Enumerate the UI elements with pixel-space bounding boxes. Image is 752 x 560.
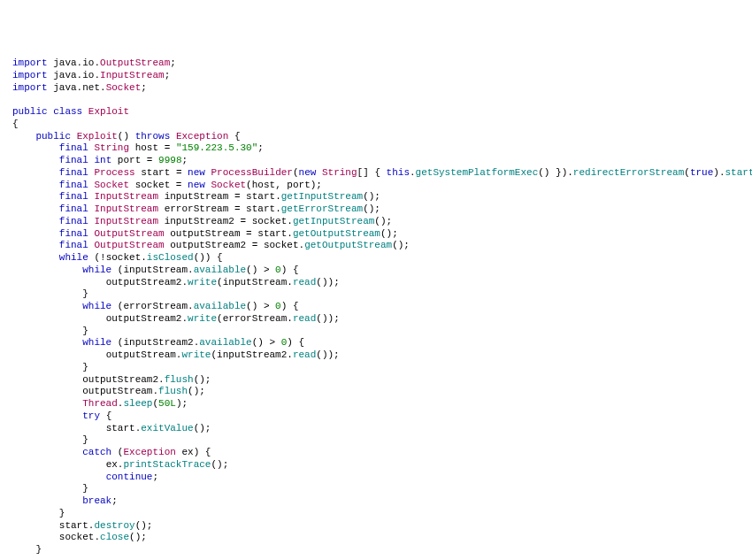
keyword: final bbox=[59, 203, 88, 214]
method: read bbox=[293, 277, 316, 288]
keyword: final bbox=[59, 191, 88, 202]
keyword: new bbox=[188, 180, 205, 190]
keyword: continue bbox=[106, 472, 153, 482]
var: host bbox=[135, 142, 158, 153]
var: socket bbox=[106, 252, 142, 263]
type: Exception bbox=[123, 447, 175, 457]
keyword: public bbox=[35, 131, 71, 142]
type: InputStream bbox=[100, 70, 165, 81]
method: sleep bbox=[123, 398, 152, 409]
keyword: final bbox=[59, 240, 88, 250]
number-literal: 50L bbox=[158, 398, 176, 409]
keyword: final bbox=[59, 167, 88, 178]
method: getErrorStream bbox=[281, 203, 363, 214]
keyword: new bbox=[299, 167, 317, 178]
var: socket bbox=[135, 180, 171, 190]
type: OutputStream bbox=[94, 228, 164, 239]
type: Socket bbox=[211, 180, 247, 190]
number-literal: 9998 bbox=[158, 155, 181, 165]
keyword: int bbox=[94, 155, 111, 165]
type: Process bbox=[94, 167, 134, 178]
method: exitValue bbox=[141, 423, 193, 433]
keyword: final bbox=[59, 228, 88, 239]
var: socket bbox=[264, 240, 299, 250]
keyword: while bbox=[82, 301, 111, 311]
keyword: catch bbox=[82, 447, 111, 457]
var: outputStream2 bbox=[106, 313, 182, 324]
type: Exception bbox=[176, 131, 228, 142]
var: inputStream2 bbox=[165, 216, 234, 226]
type: ProcessBuilder bbox=[211, 167, 293, 178]
keyword: import bbox=[12, 82, 48, 93]
type: InputStream bbox=[94, 203, 158, 214]
pkg: java.net. bbox=[53, 82, 105, 93]
type: Exploit bbox=[88, 106, 129, 117]
method: redirectErrorStream bbox=[573, 167, 684, 178]
keyword: break bbox=[82, 495, 111, 506]
method: flush bbox=[165, 374, 194, 385]
var: port bbox=[118, 155, 141, 165]
method: write bbox=[188, 313, 217, 324]
var: start bbox=[141, 167, 170, 178]
method: available bbox=[199, 337, 251, 348]
method: getOutputStream bbox=[293, 228, 380, 239]
var: ex bbox=[106, 459, 118, 470]
method: isClosed bbox=[147, 252, 194, 263]
method: write bbox=[188, 277, 217, 288]
type: Thread bbox=[82, 398, 118, 409]
keyword: final bbox=[59, 180, 88, 190]
type: String bbox=[322, 167, 357, 178]
var: inputStream bbox=[123, 265, 188, 275]
keyword: while bbox=[59, 252, 88, 263]
pkg: java.io. bbox=[53, 58, 100, 68]
var: outputStream2 bbox=[170, 240, 246, 250]
var: outputStream bbox=[82, 386, 152, 396]
var: start bbox=[106, 423, 135, 433]
keyword: throws bbox=[135, 131, 171, 142]
var: socket bbox=[59, 532, 95, 542]
var: start bbox=[246, 203, 275, 214]
var: inputStream2 bbox=[123, 337, 193, 348]
type: Socket bbox=[106, 82, 142, 93]
keyword: public bbox=[12, 106, 48, 117]
method: flush bbox=[158, 386, 188, 396]
type: InputStream bbox=[94, 191, 158, 202]
var: outputStream bbox=[106, 349, 176, 360]
keyword: while bbox=[82, 337, 111, 348]
method: printStackTrace bbox=[123, 459, 211, 470]
keyword: try bbox=[82, 410, 100, 421]
var: start bbox=[59, 520, 88, 531]
method: read bbox=[293, 349, 316, 360]
number-literal: 0 bbox=[275, 265, 281, 275]
type: Exploit bbox=[77, 131, 118, 142]
method: read bbox=[293, 313, 316, 324]
pkg: java.io. bbox=[53, 70, 100, 81]
var: start bbox=[257, 228, 287, 239]
number-literal: 0 bbox=[281, 337, 288, 348]
method: getInputStream bbox=[293, 216, 374, 226]
keyword: while bbox=[82, 265, 111, 275]
var: ex bbox=[181, 447, 193, 457]
keyword: final bbox=[59, 155, 88, 165]
method: available bbox=[194, 301, 246, 311]
type: String bbox=[94, 142, 129, 153]
var: errorStream bbox=[223, 313, 288, 324]
keyword: final bbox=[59, 216, 88, 226]
var: port bbox=[287, 180, 310, 190]
method: start bbox=[725, 167, 752, 178]
method: destroy bbox=[94, 520, 134, 531]
var: inputStream bbox=[165, 191, 229, 202]
method: write bbox=[181, 349, 211, 360]
type: OutputStream bbox=[100, 58, 170, 68]
var: outputStream2 bbox=[82, 374, 158, 385]
var: errorStream bbox=[165, 203, 229, 214]
type: Socket bbox=[94, 180, 129, 190]
method: getInputStream bbox=[281, 191, 363, 202]
var: socket bbox=[252, 216, 288, 226]
keyword: new bbox=[188, 167, 205, 178]
keyword: true bbox=[690, 167, 713, 178]
keyword: import bbox=[12, 70, 48, 81]
var: inputStream2 bbox=[217, 349, 287, 360]
method: available bbox=[194, 265, 246, 275]
var: outputStream2 bbox=[106, 277, 182, 288]
